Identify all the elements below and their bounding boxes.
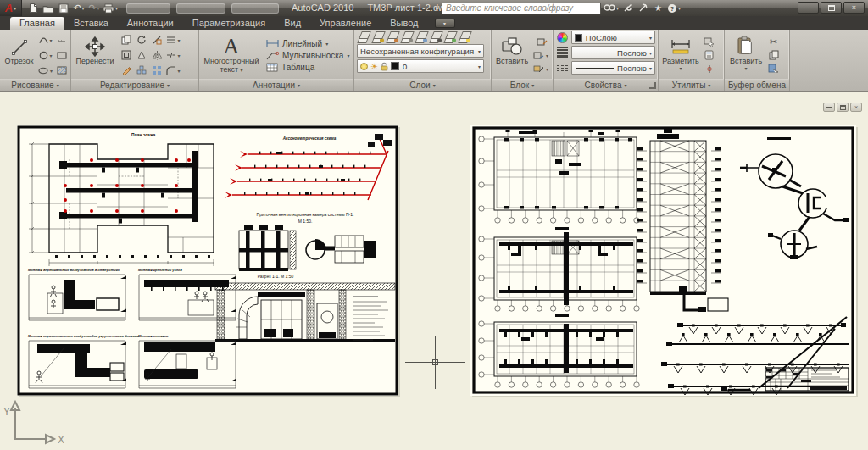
heating-branches[interactable]	[661, 317, 849, 395]
infocenter-expand-icon[interactable]: ▸	[436, 4, 439, 12]
revcloud-tool[interactable]	[54, 33, 69, 47]
montage-detail-3[interactable]: Монтаж горизонтальных воздуховодов укруп…	[28, 334, 140, 388]
subscription-center-button[interactable]	[621, 3, 634, 14]
panel-label-modify[interactable]: Редактирование▾	[71, 79, 198, 91]
lineweight-dropdown[interactable]: Послою ▾	[571, 46, 655, 59]
open-button[interactable]	[42, 2, 55, 14]
tab-upravlenie[interactable]: Управление	[310, 17, 381, 30]
ribbon-state-button[interactable]: ▾	[435, 19, 455, 28]
stretch-tool[interactable]: ▾	[164, 33, 183, 47]
layer-dropdown[interactable]: ☀ 0 ▾	[357, 59, 484, 73]
table-button[interactable]: Таблица	[266, 63, 349, 72]
mirror-tool[interactable]	[149, 48, 164, 63]
layer-properties-button[interactable]	[357, 31, 370, 42]
svg-text:Монтаж стояков[interactable]: Монтаж стояков	[138, 334, 169, 338]
plot-button[interactable]: ▾	[103, 2, 118, 14]
ellipse-tool[interactable]: ▾	[38, 64, 54, 78]
dialog-launcher-icon[interactable]	[649, 82, 656, 89]
circle-tool[interactable]: ▾	[38, 48, 54, 63]
plan-title[interactable]: План этажа	[131, 132, 155, 137]
paste-special-button[interactable]	[768, 64, 779, 75]
hatch-tool[interactable]	[54, 64, 69, 78]
save-button[interactable]	[57, 2, 70, 14]
section-1-1[interactable]	[215, 283, 395, 342]
trim-tool[interactable]	[149, 33, 164, 47]
id-point-button[interactable]	[704, 64, 715, 75]
block-editor-button[interactable]: ▾	[533, 64, 550, 75]
svg-text:Монтаж вертикальных воздуховод[interactable]: Монтаж вертикальных воздуховодов в отвер…	[28, 268, 120, 272]
search-button[interactable]: ▾	[604, 3, 619, 14]
vent-chamber-plan[interactable]	[239, 225, 376, 271]
tab-glavnaya[interactable]: Главная	[10, 17, 64, 30]
move-button[interactable]: Перенести	[73, 31, 117, 79]
panel-label-properties[interactable]: Свойства▾	[554, 79, 658, 91]
fillet-tool[interactable]: ▾	[164, 64, 183, 78]
pipe-fragments[interactable]	[679, 286, 750, 391]
doc-close-button[interactable]: ×	[850, 103, 862, 112]
layer-state-dropdown[interactable]: Несохраненная конфигурация сл ▾	[357, 44, 484, 58]
doc-minimize-button[interactable]	[823, 103, 835, 112]
multileader-button[interactable]: Мультивыноска▾	[266, 51, 349, 60]
axon-scale[interactable]: М 1:50.	[298, 219, 313, 224]
floor-plan[interactable]: План этажа	[29, 132, 214, 266]
layer-color-swatch[interactable]	[391, 62, 399, 70]
svg-text:Монтаж горизонтальных воздухов[interactable]: Монтаж горизонтальных воздуховодов укруп…	[28, 334, 140, 338]
undo-button[interactable]: ↶▾	[72, 2, 86, 14]
edit-attributes-button[interactable]: ▾	[533, 50, 550, 61]
communication-center-button[interactable]	[637, 3, 649, 14]
tab-annotacii[interactable]: Аннотации	[118, 17, 183, 30]
axon-caption[interactable]: Приточная вентиляционная камера системы …	[257, 212, 354, 217]
tab-vid[interactable]: Вид	[275, 17, 310, 30]
floor-plan-2[interactable]	[479, 232, 639, 317]
mtext-button[interactable]: A Многострочный текст ▾	[201, 31, 262, 79]
line-button[interactable]: Отрезок	[2, 31, 36, 79]
redo-button[interactable]: ↷▾	[87, 2, 101, 14]
dimension-linear-button[interactable]: Линейный▾	[266, 39, 349, 48]
insert-block-button[interactable]: Вставить	[493, 31, 531, 79]
panel-label-block[interactable]: Блок▾	[492, 79, 553, 91]
montage-detail-1[interactable]: Монтаж вертикальных воздуховодов в отвер…	[28, 268, 126, 320]
arc-tool[interactable]: ▾	[38, 33, 54, 47]
fillet-base-tool[interactable]	[134, 48, 149, 63]
close-button[interactable]: ×	[843, 2, 865, 14]
array-tool[interactable]	[149, 64, 164, 78]
building-section[interactable]	[650, 129, 706, 295]
new-button[interactable]	[26, 2, 40, 14]
left-sheet[interactable]: План этажа	[17, 125, 398, 396]
rectangle-tool[interactable]	[54, 48, 69, 63]
search-input[interactable]	[442, 3, 601, 14]
right-sheet[interactable]	[470, 125, 856, 396]
floor-plan-3[interactable]	[479, 321, 639, 387]
layer-freeze-button[interactable]	[415, 31, 427, 42]
axonometric-scheme[interactable]: Аксонометрическая схема	[225, 134, 392, 224]
layer-thaw-icon[interactable]: ☀	[370, 62, 378, 71]
panel-label-draw[interactable]: Рисование▾	[0, 79, 70, 91]
panel-label-annotate[interactable]: Аннотации▾	[199, 79, 353, 91]
doc-restore-button[interactable]	[837, 103, 849, 112]
rotate-tool[interactable]	[134, 33, 149, 47]
linetype-dropdown[interactable]: Послою ▾	[571, 61, 655, 75]
favorites-button[interactable]: ★	[652, 3, 665, 14]
offset-tool[interactable]	[119, 48, 134, 63]
panel-label-utilities[interactable]: Утилиты▾	[659, 79, 724, 91]
copy-clip-button[interactable]	[768, 50, 779, 61]
layer-match-button[interactable]	[458, 31, 470, 42]
paste-button[interactable]: Вставить ▾	[726, 31, 765, 79]
detail-callouts[interactable]	[740, 154, 849, 259]
restore-button[interactable]	[821, 2, 842, 14]
layer-states-button[interactable]	[371, 31, 384, 42]
panel-label-layers[interactable]: Слои▾	[354, 79, 491, 91]
layer-make-current-button[interactable]	[443, 31, 456, 42]
application-menu-button[interactable]: A ▾	[0, 0, 22, 16]
layer-unlock-icon[interactable]	[381, 62, 388, 71]
section-caption[interactable]: Разрез 1-1. М 1:50	[258, 274, 294, 279]
explode-tool[interactable]	[134, 64, 149, 78]
break-tool[interactable]: ▾	[164, 48, 183, 63]
drawing-canvas[interactable]: × План этажа	[0, 92, 868, 450]
copy-tool[interactable]	[119, 33, 134, 47]
help-button[interactable]: ?▾	[667, 3, 681, 14]
minimize-button[interactable]: ─	[798, 2, 819, 14]
axon-title[interactable]: Аксонометрическая схема	[282, 136, 337, 141]
tab-vyvod[interactable]: Вывод	[381, 17, 427, 30]
tab-vstavka[interactable]: Вставка	[64, 17, 118, 30]
